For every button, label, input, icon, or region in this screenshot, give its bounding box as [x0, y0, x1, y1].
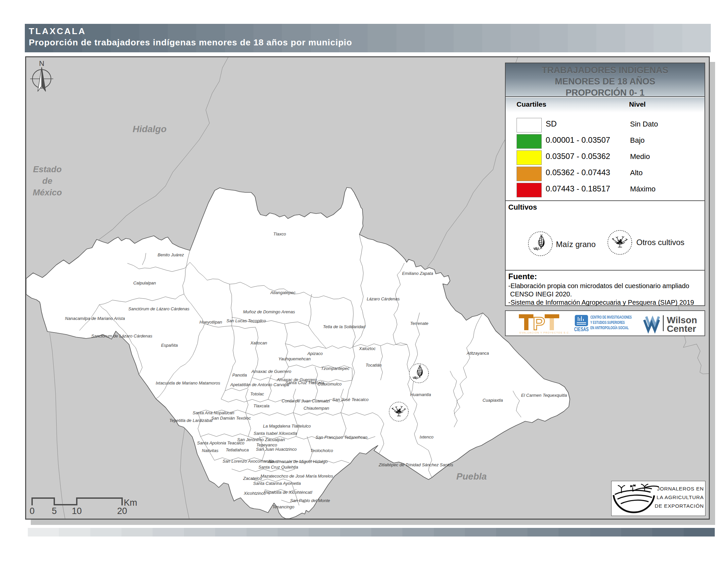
- svg-text:Ixtenco: Ixtenco: [420, 435, 433, 440]
- svg-text:San Juan Huactzinco: San Juan Huactzinco: [256, 447, 297, 452]
- svg-text:DE EXPORTACIÓN: DE EXPORTACIÓN: [655, 503, 704, 509]
- svg-text:Maíz grano: Maíz grano: [556, 240, 596, 249]
- svg-text:Hidalgo: Hidalgo: [133, 124, 167, 134]
- svg-text:Cuapiaxtla: Cuapiaxtla: [482, 398, 503, 403]
- svg-text:San Lorenzo Axocomanitla: San Lorenzo Axocomanitla: [223, 459, 274, 464]
- svg-text:Apetatitlán de Antonio Carvaja: Apetatitlán de Antonio Carvajal: [230, 382, 290, 387]
- svg-text:Tlaxco: Tlaxco: [273, 231, 286, 236]
- svg-text:Tenancingo: Tenancingo: [272, 504, 295, 509]
- svg-text:JORNALEROS EN: JORNALEROS EN: [657, 486, 704, 492]
- svg-text:CIESAS: CIESAS: [574, 326, 589, 333]
- svg-text:Papalotla de Xicohténcatl: Papalotla de Xicohténcatl: [264, 490, 313, 495]
- svg-text:LA AGRICULTURA: LA AGRICULTURA: [657, 494, 704, 500]
- svg-text:Xaltocan: Xaltocan: [250, 341, 267, 346]
- svg-text:Center: Center: [667, 324, 696, 334]
- svg-text:Atlangatepec: Atlangatepec: [270, 290, 296, 295]
- svg-text:Totolac: Totolac: [250, 392, 264, 397]
- svg-text:Santa Isabel Xiloxoxtla: Santa Isabel Xiloxoxtla: [253, 431, 297, 436]
- svg-text:5: 5: [52, 506, 57, 516]
- svg-text:Tzompantepec: Tzompantepec: [321, 366, 349, 371]
- svg-text:Hueyotlipan: Hueyotlipan: [200, 320, 222, 325]
- svg-text:Zacatelco: Zacatelco: [243, 476, 262, 481]
- svg-text:La Magdalena Tlaltelulco: La Magdalena Tlaltelulco: [263, 424, 311, 429]
- svg-text:Otros cultivos: Otros cultivos: [636, 238, 684, 247]
- svg-text:San Francisco Tetlanohcan: San Francisco Tetlanohcan: [315, 435, 367, 440]
- svg-text:CENTRO DE INVESTIGACIONES: CENTRO DE INVESTIGACIONES: [590, 315, 632, 320]
- svg-text:San Pablo del Monte: San Pablo del Monte: [290, 498, 330, 503]
- svg-text:Santa Catarina Ayometla: Santa Catarina Ayometla: [253, 481, 301, 486]
- svg-text:EVALUACIÓN Y PROYECTOS S.C.: EVALUACIÓN Y PROYECTOS S.C.: [520, 331, 570, 334]
- svg-text:Yauhquemehcan: Yauhquemehcan: [278, 356, 310, 361]
- svg-text:Santa Ana Nopalucan: Santa Ana Nopalucan: [193, 410, 234, 415]
- svg-text:San Lucas Tecopilco: San Lucas Tecopilco: [226, 318, 266, 323]
- svg-text:Terrenate: Terrenate: [410, 321, 428, 326]
- svg-text:EN ANTROPOLOGÍA SOCIAL: EN ANTROPOLOGÍA SOCIAL: [590, 325, 629, 330]
- svg-text:Estado: Estado: [33, 164, 62, 174]
- svg-text:Teolocholco: Teolocholco: [310, 448, 333, 453]
- svg-text:Santa Cruz Quilehtla: Santa Cruz Quilehtla: [258, 465, 298, 470]
- svg-text:México: México: [33, 187, 62, 197]
- svg-text:Tetlatlahuca: Tetlatlahuca: [226, 447, 249, 452]
- svg-text:Huamantla: Huamantla: [410, 392, 431, 397]
- svg-text:San Damián Texóloc: San Damián Texóloc: [211, 416, 251, 421]
- svg-text:San José Teacalco: San José Teacalco: [332, 397, 368, 402]
- svg-text:Lázaro Cárdenas: Lázaro Cárdenas: [367, 297, 400, 302]
- svg-text:Zitlaltépec de Trinidad Sánche: Zitlaltépec de Trinidad Sánchez Santos: [378, 462, 453, 467]
- svg-text:El Carmen Tequexquitla: El Carmen Tequexquitla: [521, 393, 567, 398]
- svg-text:Apizaco: Apizaco: [307, 351, 323, 356]
- svg-text:Cuaxomulco: Cuaxomulco: [318, 382, 341, 387]
- svg-text:P: P: [533, 313, 545, 334]
- svg-text:Sanctórum de Lázaro Cárdenas: Sanctórum de Lázaro Cárdenas: [91, 334, 153, 339]
- svg-text:Emiliano Zapata: Emiliano Zapata: [402, 271, 433, 276]
- svg-text:Atltzayanca: Atltzayanca: [466, 351, 489, 356]
- svg-text:Puebla: Puebla: [456, 471, 487, 482]
- svg-text:Calpulalpan: Calpulalpan: [133, 280, 156, 286]
- svg-text:Nativitas: Nativitas: [202, 448, 218, 453]
- svg-text:Acuamanala de Miguel Hidalgo: Acuamanala de Miguel Hidalgo: [268, 459, 328, 464]
- svg-text:Benito Juárez: Benito Juárez: [158, 252, 184, 257]
- svg-text:Ixtacuixtla de Mariano Matamor: Ixtacuixtla de Mariano Matamoros: [156, 381, 220, 386]
- svg-text:0: 0: [29, 506, 34, 516]
- svg-text:de: de: [42, 176, 52, 186]
- svg-text:Tocatlán: Tocatlán: [366, 363, 382, 368]
- svg-text:Chiautempan: Chiautempan: [303, 406, 329, 411]
- svg-text:Contla de Juan Cuamatzi: Contla de Juan Cuamatzi: [282, 399, 330, 403]
- svg-text:Santa Apolonia Teacalco: Santa Apolonia Teacalco: [197, 441, 245, 446]
- svg-text:Panotla: Panotla: [232, 373, 247, 378]
- svg-text:Sanctórum de Lázaro Cárdenas: Sanctórum de Lázaro Cárdenas: [128, 306, 190, 311]
- svg-text:Tlaxcala: Tlaxcala: [253, 403, 269, 408]
- svg-text:Xicohtzinco: Xicohtzinco: [244, 491, 266, 496]
- svg-text:Mazatecochco de José María Mor: Mazatecochco de José María Morelos: [260, 474, 333, 479]
- svg-text:20: 20: [117, 506, 127, 516]
- svg-text:Tepetitla de Lardizábal: Tepetitla de Lardizábal: [169, 418, 213, 423]
- svg-text:Españita: Españita: [161, 343, 178, 348]
- svg-text:Nanacamilpa de Mariano Arista: Nanacamilpa de Mariano Arista: [65, 316, 125, 321]
- svg-text:10: 10: [72, 506, 82, 516]
- svg-text:Xaloztoc: Xaloztoc: [359, 346, 376, 351]
- svg-text:Tetla de la Solidaridad: Tetla de la Solidaridad: [323, 324, 366, 329]
- svg-text:Muñoz de Domingo Arenas: Muñoz de Domingo Arenas: [243, 309, 295, 314]
- svg-text:N: N: [39, 59, 44, 68]
- svg-text:Y ESTUDIOS SUPERIORES: Y ESTUDIOS SUPERIORES: [590, 320, 625, 325]
- svg-text:Amaxac de Guerrero: Amaxac de Guerrero: [251, 369, 292, 374]
